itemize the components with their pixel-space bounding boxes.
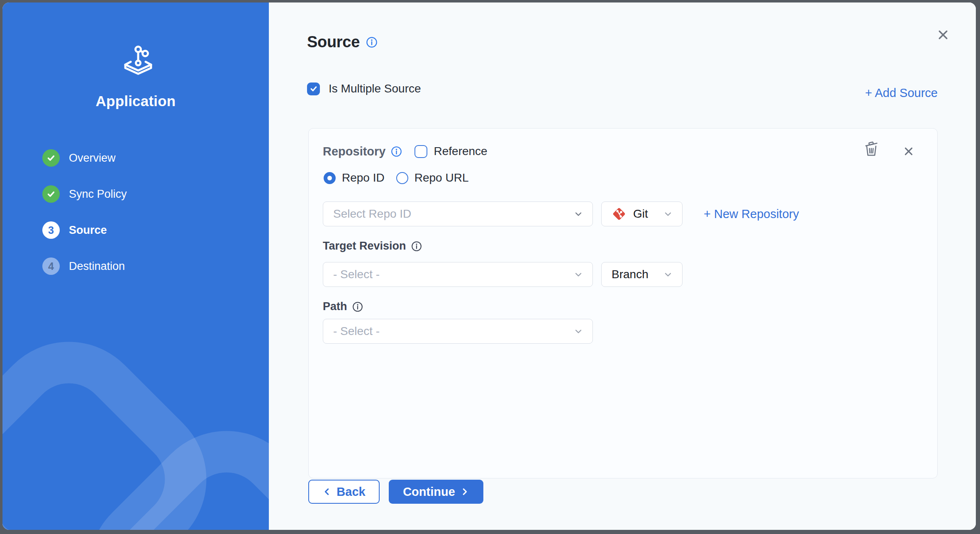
step-label: Destination xyxy=(69,260,125,273)
step-source[interactable]: 3 Source xyxy=(42,221,127,239)
repository-header: Repository Reference xyxy=(323,143,488,159)
step-label: Overview xyxy=(69,152,116,165)
page-title: Source xyxy=(307,33,360,51)
info-icon[interactable] xyxy=(391,146,402,157)
step-number-circle: 4 xyxy=(42,257,60,275)
close-icon[interactable] xyxy=(934,26,952,44)
repo-id-select[interactable]: Select Repo ID xyxy=(323,201,593,226)
source-step-panel: Source Is Multiple Source + Add Source R… xyxy=(269,2,976,530)
chevron-down-icon xyxy=(663,269,673,279)
new-repository-link[interactable]: + New Repository xyxy=(704,207,799,221)
repo-id-select-placeholder: Select Repo ID xyxy=(333,207,411,221)
repo-type-value: Git xyxy=(633,207,648,221)
is-multiple-source-row: Is Multiple Source xyxy=(307,82,421,95)
path-label-row: Path xyxy=(323,300,363,313)
step-done-circle xyxy=(42,185,60,203)
chevron-right-icon xyxy=(460,487,469,496)
reference-checkbox[interactable] xyxy=(414,145,427,158)
revision-type-select[interactable]: Branch xyxy=(601,262,683,287)
info-icon[interactable] xyxy=(366,36,378,48)
step-destination[interactable]: 4 Destination xyxy=(42,257,127,275)
remove-source-icon[interactable] xyxy=(902,145,915,158)
step-sync-policy[interactable]: Sync Policy xyxy=(42,185,127,203)
application-icon xyxy=(121,42,155,77)
wizard-title: Application xyxy=(2,93,269,109)
chevron-down-icon xyxy=(663,209,673,219)
chevron-down-icon xyxy=(573,209,583,219)
is-multiple-source-checkbox[interactable] xyxy=(307,83,320,95)
watermark-logo-shape xyxy=(56,398,269,530)
source-card: Repository Reference xyxy=(308,128,938,478)
reference-label: Reference xyxy=(434,145,487,158)
repo-id-radio[interactable] xyxy=(324,172,336,184)
check-icon xyxy=(310,85,318,93)
trash-icon[interactable] xyxy=(862,139,880,159)
step-number-circle: 3 xyxy=(42,221,60,239)
step-label: Sync Policy xyxy=(69,188,127,201)
check-icon xyxy=(46,189,56,199)
path-select[interactable]: - Select - xyxy=(323,319,593,344)
step-overview[interactable]: Overview xyxy=(42,149,127,167)
back-button-label: Back xyxy=(336,485,365,499)
check-icon xyxy=(46,153,56,163)
repo-id-radio-label: Repo ID xyxy=(342,171,385,184)
revision-type-value: Branch xyxy=(612,268,648,281)
target-revision-label: Target Revision xyxy=(323,240,406,252)
target-revision-label-row: Target Revision xyxy=(323,240,422,252)
repo-url-radio-label: Repo URL xyxy=(414,171,469,184)
chevron-down-icon xyxy=(573,269,583,279)
continue-button-label: Continue xyxy=(403,485,455,499)
repo-mode-radio-group: Repo ID Repo URL xyxy=(324,171,468,184)
path-label: Path xyxy=(323,300,347,313)
back-button[interactable]: Back xyxy=(308,480,380,504)
info-icon[interactable] xyxy=(352,301,363,312)
info-icon[interactable] xyxy=(411,241,422,252)
chevron-down-icon xyxy=(573,326,583,336)
git-icon xyxy=(612,206,627,221)
target-revision-placeholder: - Select - xyxy=(333,268,380,281)
repo-url-radio[interactable] xyxy=(396,172,408,184)
path-select-placeholder: - Select - xyxy=(333,325,380,338)
is-multiple-source-label: Is Multiple Source xyxy=(329,82,421,95)
wizard-sidebar: Application Overview Sync Policy 3 Sourc… xyxy=(2,2,269,530)
repository-label: Repository xyxy=(323,145,385,158)
continue-button[interactable]: Continue xyxy=(389,480,483,504)
step-label: Source xyxy=(69,224,107,237)
step-done-circle xyxy=(42,149,60,167)
page-header: Source xyxy=(307,33,378,51)
watermark-logo-shape xyxy=(2,309,239,530)
wizard-steps: Overview Sync Policy 3 Source 4 Destinat… xyxy=(42,149,127,275)
target-revision-select[interactable]: - Select - xyxy=(323,262,593,287)
chevron-left-icon xyxy=(322,487,332,496)
application-wizard-modal: Application Overview Sync Policy 3 Sourc… xyxy=(2,2,976,530)
add-source-link[interactable]: + Add Source xyxy=(865,86,938,100)
repo-type-select[interactable]: Git xyxy=(601,201,683,226)
